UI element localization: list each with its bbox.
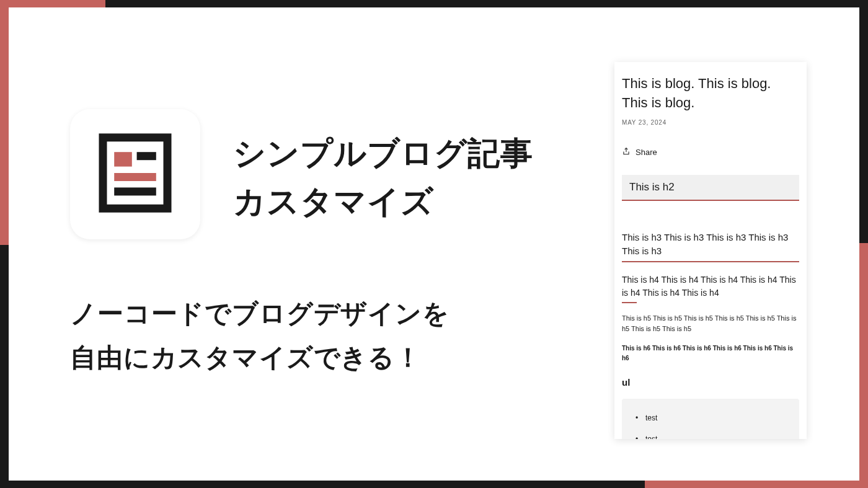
app-icon [70,109,200,239]
preview-ul-label: ul [622,377,799,388]
preview-h3: This is h3 This is h3 This is h3 This is… [622,231,799,262]
preview-blog-title: This is blog. This is blog. This is blog… [622,74,799,113]
share-button[interactable]: Share [622,147,657,157]
share-label: Share [636,148,657,157]
hero-title: シンプルブログ記事 カスタマイズ [233,129,533,226]
preview-h6: This is h6 This is h6 This is h6 This is… [622,344,799,363]
list-item: test [636,428,786,439]
hero-subtitle-line1: ノーコードでブログデザインを [70,291,450,335]
preview-date: MAY 23, 2024 [622,119,799,126]
preview-h2: This is h2 [622,175,799,201]
accent-stripe-top [0,0,105,7]
preview-card: This is blog. This is blog. This is blog… [614,62,807,439]
preview-ul: test test tset [622,399,799,439]
svg-rect-2 [137,152,156,160]
main-canvas: シンプルブログ記事 カスタマイズ ノーコードでブログデザインを 自由にカスタマイ… [9,7,859,481]
article-icon [95,133,175,216]
accent-stripe-right [859,243,868,488]
share-icon [622,147,631,157]
hero-title-line1: シンプルブログ記事 [233,129,533,177]
accent-stripe-bottom [645,481,868,488]
hero-subtitle: ノーコードでブログデザインを 自由にカスタマイズできる！ [70,291,450,380]
preview-h5: This is h5 This is h5 This is h5 This is… [622,313,799,335]
svg-rect-4 [114,187,156,195]
list-item: test [636,407,786,428]
hero-subtitle-line2: 自由にカスタマイズできる！ [70,335,450,379]
svg-rect-3 [114,173,156,181]
preview-h4: This is h4 This is h4 This is h4 This is… [622,273,799,299]
preview-h4-underline [622,302,637,303]
svg-rect-1 [114,152,132,166]
hero-title-line2: カスタマイズ [233,177,533,226]
accent-stripe-left [0,0,9,245]
